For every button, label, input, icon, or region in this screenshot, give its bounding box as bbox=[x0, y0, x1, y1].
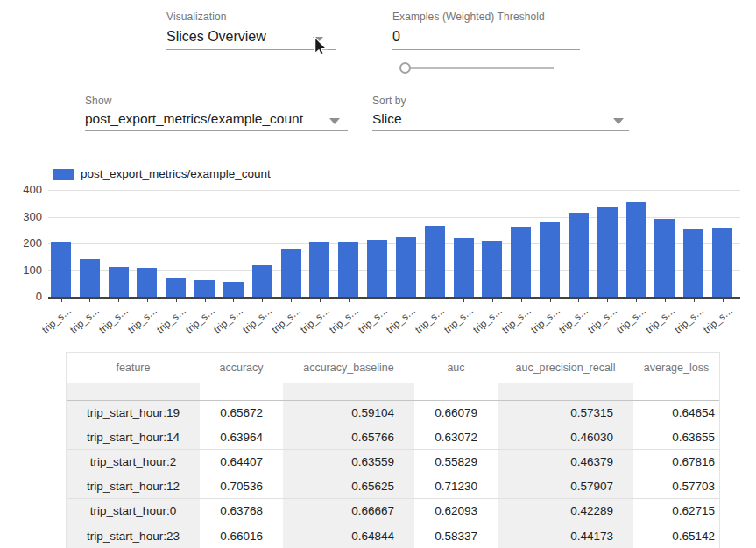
metric-value-cell: 0.66016 bbox=[200, 523, 283, 548]
slider-track[interactable] bbox=[405, 67, 554, 69]
x-axis-tick bbox=[233, 299, 234, 302]
bar[interactable] bbox=[309, 242, 329, 297]
x-axis-tick bbox=[176, 299, 177, 302]
feature-cell: trip_start_hour:12 bbox=[67, 474, 200, 499]
column-header-auc_precision_recall[interactable]: auc_precision_recall bbox=[498, 353, 633, 383]
column-header-feature[interactable]: feature bbox=[67, 353, 200, 383]
x-axis-tick-label: trip_s… bbox=[270, 305, 303, 335]
tfma-slicing-metrics-view: Visualization Slices Overview Examples (… bbox=[0, 0, 756, 548]
column-header-auc[interactable]: auc bbox=[414, 353, 498, 383]
x-axis-tick bbox=[205, 299, 206, 302]
table-row: trip_start_hour:140.639640.657660.630720… bbox=[67, 425, 719, 449]
x-axis-tick bbox=[492, 299, 493, 302]
x-axis-tick-label: trip_s… bbox=[97, 305, 131, 335]
y-axis-tick-label: 0 bbox=[0, 291, 42, 303]
filter-cell bbox=[498, 383, 633, 400]
feature-cell: trip_start_hour:2 bbox=[67, 449, 200, 474]
x-axis-tick-label: trip_s… bbox=[615, 305, 648, 335]
x-axis-tick-label: trip_s… bbox=[586, 305, 619, 335]
filter-cell bbox=[67, 383, 200, 400]
metric-value-cell: 0.70536 bbox=[200, 474, 283, 499]
x-axis-tick-label: trip_s… bbox=[701, 305, 734, 335]
show-metric-dropdown[interactable]: Show post_export_metrics/example_count bbox=[85, 95, 348, 131]
x-axis-tick bbox=[665, 299, 666, 302]
filter-cell bbox=[283, 383, 414, 400]
bar[interactable] bbox=[482, 241, 502, 297]
x-axis-tick bbox=[320, 299, 321, 302]
metrics-table: featureaccuracyaccuracy_baselineaucauc_p… bbox=[67, 353, 719, 548]
feature-cell: trip_start_hour:0 bbox=[67, 499, 200, 523]
chevron-down-icon[interactable] bbox=[329, 118, 340, 124]
x-axis-tick-label: trip_s… bbox=[241, 305, 274, 335]
bar[interactable] bbox=[712, 228, 732, 297]
x-axis-tick bbox=[378, 299, 378, 302]
bar[interactable] bbox=[109, 267, 129, 297]
metrics-table-card: featureaccuracyaccuracy_baselineaucauc_p… bbox=[66, 352, 720, 548]
bar[interactable] bbox=[166, 278, 186, 297]
x-axis-tick bbox=[435, 299, 435, 302]
table-row: trip_start_hour:20.644070.635590.558290.… bbox=[67, 449, 719, 474]
metric-value-cell: 0.66079 bbox=[414, 400, 498, 425]
bar[interactable] bbox=[367, 240, 387, 297]
metric-value-cell: 0.58337 bbox=[414, 523, 498, 548]
bar[interactable] bbox=[137, 268, 157, 297]
x-axis-tick-label: trip_s… bbox=[327, 305, 360, 335]
bar[interactable] bbox=[626, 202, 646, 297]
threshold-input[interactable]: Examples (Weighted) Threshold 0 bbox=[392, 11, 580, 50]
column-header-accuracy_baseline[interactable]: accuracy_baseline bbox=[283, 353, 414, 383]
sort-by-label: Sort by bbox=[372, 95, 629, 107]
bar[interactable] bbox=[51, 242, 71, 297]
metric-value-cell: 0.71230 bbox=[414, 474, 498, 499]
visualization-dropdown[interactable]: Visualization Slices Overview bbox=[166, 11, 336, 50]
show-label: Show bbox=[85, 95, 348, 107]
sort-by-dropdown[interactable]: Sort by Slice bbox=[372, 95, 629, 131]
bar[interactable] bbox=[194, 280, 215, 297]
bar[interactable] bbox=[252, 265, 272, 297]
metric-value-cell: 0.62715 bbox=[633, 499, 719, 523]
x-axis-tick-label: trip_s… bbox=[672, 305, 705, 335]
x-axis-tick bbox=[118, 299, 119, 302]
x-axis-tick bbox=[694, 299, 695, 302]
chevron-down-icon[interactable] bbox=[613, 118, 624, 124]
metric-value-cell: 0.59104 bbox=[283, 400, 414, 425]
filter-cell bbox=[200, 383, 283, 400]
column-header-accuracy[interactable]: accuracy bbox=[200, 353, 283, 383]
bar[interactable] bbox=[654, 219, 675, 297]
metric-value-cell: 0.57703 bbox=[633, 474, 719, 499]
metric-value-cell: 0.63768 bbox=[200, 499, 283, 523]
metric-value-cell: 0.65625 bbox=[283, 474, 414, 499]
bar[interactable] bbox=[597, 207, 618, 297]
column-header-average_loss[interactable]: average_loss bbox=[633, 353, 719, 383]
bar[interactable] bbox=[454, 238, 474, 297]
metric-value-cell: 0.57315 bbox=[498, 400, 633, 425]
bar[interactable] bbox=[511, 227, 531, 297]
feature-cell: trip_start_hour:19 bbox=[67, 400, 200, 425]
bar[interactable] bbox=[281, 249, 301, 297]
x-axis-tick bbox=[463, 299, 464, 302]
x-axis-tick bbox=[578, 299, 579, 302]
x-axis-tick-label: trip_s… bbox=[644, 305, 677, 335]
bar[interactable] bbox=[396, 237, 416, 297]
bar[interactable] bbox=[338, 242, 358, 297]
metric-value-cell: 0.57907 bbox=[498, 474, 633, 499]
bar[interactable] bbox=[569, 213, 589, 297]
bar[interactable] bbox=[683, 229, 703, 297]
threshold-slider[interactable] bbox=[399, 61, 557, 75]
bar[interactable] bbox=[540, 222, 560, 297]
table-row: trip_start_hour:00.637680.666670.620930.… bbox=[67, 499, 719, 523]
metric-value-cell: 0.66667 bbox=[283, 499, 414, 523]
table-row: trip_start_hour:230.660160.648440.583370… bbox=[67, 523, 719, 548]
x-axis-tick-label: trip_s… bbox=[413, 305, 447, 335]
slider-thumb[interactable] bbox=[399, 62, 411, 74]
metric-value-cell: 0.46030 bbox=[498, 425, 633, 449]
legend-swatch bbox=[53, 169, 74, 180]
filter-cell bbox=[414, 383, 498, 400]
table-header-row: featureaccuracyaccuracy_baselineaucauc_p… bbox=[67, 353, 719, 383]
metric-value-cell: 0.63964 bbox=[200, 425, 283, 449]
bar[interactable] bbox=[80, 259, 100, 297]
bar[interactable] bbox=[425, 226, 445, 297]
bar[interactable] bbox=[223, 282, 244, 297]
x-axis-tick-label: trip_s… bbox=[212, 305, 245, 335]
x-axis-tick bbox=[89, 299, 90, 302]
threshold-value: 0 bbox=[392, 29, 580, 45]
